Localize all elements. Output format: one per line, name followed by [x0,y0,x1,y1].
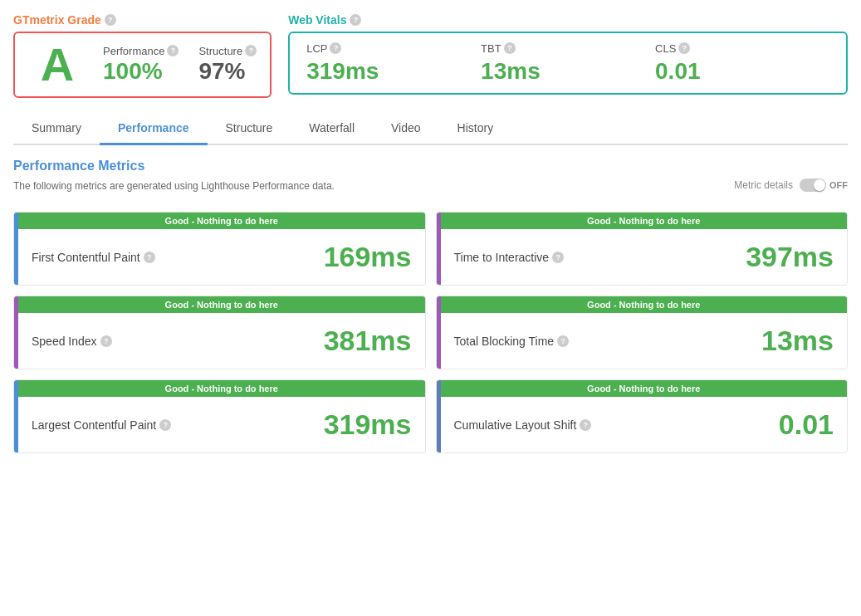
structure-label: Structure ? [198,45,257,57]
metric-content-lcp: Good - Nothing to do here Largest Conten… [18,380,425,452]
metric-body-si: Speed Index ? 381ms [18,313,425,369]
vital-cls-label: CLS ? [655,42,829,55]
metric-name-si: Speed Index ? [32,335,112,348]
metric-value-fcp: 169ms [324,241,412,273]
metric-content-cls: Good - Nothing to do here Cumulative Lay… [441,380,848,452]
lcp-help-icon[interactable]: ? [330,42,341,54]
metric-value-cls: 0.01 [779,408,834,441]
toggle-switch[interactable]: OFF [800,178,848,192]
metric-body-tti: Time to Interactive ? 397ms [441,229,848,285]
metrics-grid: Good - Nothing to do here First Contentf… [13,212,848,453]
metric-card-tbt: Good - Nothing to do here Total Blocking… [436,296,849,369]
tbt-help-icon[interactable]: ? [504,42,516,54]
metric-name-cls: Cumulative Layout Shift ? [454,418,592,432]
grade-metrics: Performance ? 100% Structure ? 97% [103,45,257,86]
metric-card-cls: Good - Nothing to do here Cumulative Lay… [436,379,849,453]
web-vitals-help-icon[interactable]: ? [350,14,361,26]
metric-card-lcp: Good - Nothing to do here Largest Conten… [13,379,426,453]
section-description: The following metrics are generated usin… [13,180,335,192]
grade-letter: A [28,42,86,88]
toggle-track[interactable] [800,178,826,192]
vital-lcp-value: 319ms [306,58,481,85]
metric-body-fcp: First Contentful Paint ? 169ms [18,229,425,285]
web-vitals-box: LCP ? 319ms TBT ? 13ms CLS ? 0.01 [288,32,848,95]
metric-status-tti: Good - Nothing to do here [441,213,848,229]
fcp-help-icon[interactable]: ? [144,252,155,263]
metric-name-tti: Time to Interactive ? [454,251,565,264]
metric-card-tti: Good - Nothing to do here Time to Intera… [436,212,849,286]
performance-help-icon[interactable]: ? [167,45,179,56]
metric-status-tbt: Good - Nothing to do here [441,296,848,313]
metric-name-lcp: Largest Contentful Paint ? [32,418,171,432]
metric-value-lcp: 319ms [324,408,412,441]
gtmetrix-grade-label: GTmetrix Grade ? [13,13,272,27]
metric-content-fcp: Good - Nothing to do here First Contentf… [18,213,425,285]
metric-name-fcp: First Contentful Paint ? [32,251,155,264]
vital-cls-value: 0.01 [655,58,829,85]
metric-name-tbt: Total Blocking Time ? [454,335,570,348]
grade-box: A Performance ? 100% Structure ? 97% [13,32,272,98]
gtmetrix-grade-title: GTmetrix Grade [13,13,101,27]
performance-label: Performance ? [103,45,179,57]
metric-status-si: Good - Nothing to do here [18,296,425,313]
metric-content-si: Good - Nothing to do here Speed Index ? … [18,296,425,369]
structure-metric-item: Structure ? 97% [198,45,257,86]
vital-tbt: TBT ? 13ms [481,42,655,85]
vital-lcp: LCP ? 319ms [306,42,481,85]
gtmetrix-help-icon[interactable]: ? [105,14,116,26]
tab-waterfall[interactable]: Waterfall [291,113,373,145]
si-help-icon[interactable]: ? [100,335,112,347]
vital-tbt-label: TBT ? [481,42,655,55]
metric-status-lcp: Good - Nothing to do here [18,380,425,397]
tab-video[interactable]: Video [373,113,439,145]
header-row: GTmetrix Grade ? A Performance ? 100% St… [13,13,848,98]
metric-card-si: Good - Nothing to do here Speed Index ? … [13,296,426,369]
toggle-knob [814,179,825,191]
structure-value: 97% [198,57,245,86]
performance-metric-item: Performance ? 100% [103,45,179,86]
tab-summary[interactable]: Summary [13,113,100,145]
tti-help-icon[interactable]: ? [552,252,564,263]
metric-value-tbt: 13ms [761,325,834,357]
cls-help-icon[interactable]: ? [678,42,690,54]
metric-content-tbt: Good - Nothing to do here Total Blocking… [441,296,848,369]
metric-card-fcp: Good - Nothing to do here First Contentf… [13,212,426,286]
cls-help-icon2[interactable]: ? [580,419,591,431]
structure-help-icon[interactable]: ? [245,45,257,56]
tab-performance[interactable]: Performance [100,113,208,145]
metric-content-tti: Good - Nothing to do here Time to Intera… [441,213,848,285]
tab-structure[interactable]: Structure [208,113,291,145]
tab-history[interactable]: History [439,113,512,145]
toggle-state: OFF [829,180,848,190]
vital-cls: CLS ? 0.01 [655,42,829,85]
metric-body-lcp: Largest Contentful Paint ? 319ms [18,397,425,452]
performance-metrics-section: Performance Metrics The following metric… [13,159,848,453]
vital-tbt-value: 13ms [481,58,655,85]
vital-lcp-label: LCP ? [306,42,481,55]
tabs: Summary Performance Structure Waterfall … [13,113,848,145]
gtmetrix-grade-section: GTmetrix Grade ? A Performance ? 100% St… [13,13,272,98]
metric-value-si: 381ms [324,325,412,357]
metric-body-tbt: Total Blocking Time ? 13ms [441,313,848,369]
metric-status-fcp: Good - Nothing to do here [18,213,425,229]
performance-value: 100% [103,57,163,86]
metric-body-cls: Cumulative Layout Shift ? 0.01 [441,397,848,452]
tbt-help-icon2[interactable]: ? [557,335,569,347]
lcp-help-icon2[interactable]: ? [159,419,171,431]
web-vitals-section: Web Vitals ? LCP ? 319ms TBT ? 13ms [288,13,848,98]
web-vitals-label: Web Vitals ? [288,13,848,27]
section-title: Performance Metrics [13,159,848,174]
metric-details-row: Metric details OFF [734,178,848,192]
metric-details-label: Metric details [734,179,793,191]
metric-value-tti: 397ms [746,241,834,273]
metric-status-cls: Good - Nothing to do here [441,380,848,397]
